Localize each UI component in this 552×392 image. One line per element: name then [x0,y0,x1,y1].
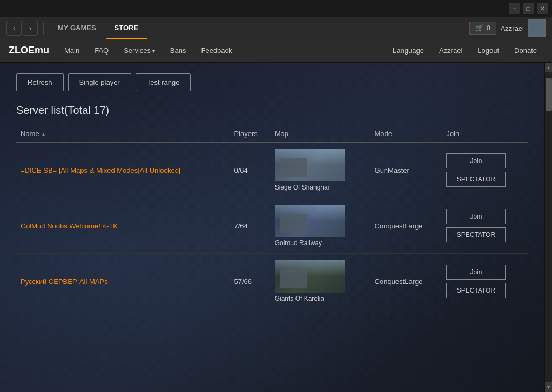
test-range-button[interactable]: Test range [136,73,191,91]
tab-bar: ‹ › MY GAMES STORE 🛒 0 Azzrael [0,17,552,39]
user-area: 🛒 0 Azzrael [469,19,546,37]
title-bar: − □ ✕ [0,0,552,17]
join-col-2: Join SPECTATOR [446,265,524,298]
minimize-button[interactable]: − [509,3,520,14]
username-label: Azzrael [501,24,524,32]
user-avatar [528,19,546,37]
forward-button[interactable]: › [23,21,38,36]
col-mode: Mode [371,125,442,143]
server-name-1[interactable]: GolMud Noobs Welcome! <-TK [21,222,118,230]
join-button-0[interactable]: Join [446,153,506,168]
map-name-2: Giants Of Karelia [275,295,324,302]
refresh-button[interactable]: Refresh [16,73,64,91]
tab-store[interactable]: STORE [106,17,147,39]
map-name-1: Golmud Railway [275,239,322,247]
col-map: Map [271,125,371,143]
nav-main[interactable]: Main [58,43,86,58]
join-col-0: Join SPECTATOR [446,153,524,187]
maximize-button[interactable]: □ [523,3,534,14]
content-wrap: Refresh Single player Test range Server … [0,63,552,392]
tab-my-games[interactable]: MY GAMES [49,17,105,39]
map-cell-2: Giants Of Karelia [275,260,366,302]
nav-language[interactable]: Language [386,43,430,58]
main-nav: ZLOEmu Main FAQ Services Bans Feedback L… [0,39,552,63]
spectate-button-1[interactable]: SPECTATOR [446,227,506,242]
close-button[interactable]: ✕ [537,3,548,14]
join-button-2[interactable]: Join [446,265,506,280]
server-players-0: 0/64 [230,143,270,198]
server-name-0[interactable]: =DICE SB= |All Maps & Mixed Modes|All Un… [21,166,180,174]
table-row: Русский СЕРВЕР-All MAPs-57/66 Giants Of … [16,254,528,309]
nav-services[interactable]: Services [117,43,161,58]
tab-divider [43,22,44,35]
cart-icon: 🛒 [475,24,483,32]
nav-faq[interactable]: FAQ [88,43,115,58]
spectate-button-2[interactable]: SPECTATOR [446,283,506,298]
map-thumb-0 [275,149,345,181]
back-button[interactable]: ‹ [6,21,22,36]
map-cell-1: Golmud Railway [275,205,366,247]
spectate-button-0[interactable]: SPECTATOR [446,172,506,187]
table-header-row: Name Players Map Mode Join [16,125,528,143]
server-mode-1: ConquestLarge [371,198,442,254]
map-thumb-2 [275,260,345,293]
main-content: Refresh Single player Test range Server … [0,63,544,392]
server-list-title: Server list(Total 17) [16,104,528,117]
map-name-0: Siege Of Shanghai [275,184,329,191]
table-row: =DICE SB= |All Maps & Mixed Modes|All Un… [16,143,528,198]
join-button-1[interactable]: Join [446,209,506,224]
scrollbar: ▲ ▼ [544,63,552,392]
action-buttons: Refresh Single player Test range [16,73,528,91]
scroll-up[interactable]: ▲ [545,63,553,72]
col-name[interactable]: Name [16,125,230,143]
cart-button[interactable]: 🛒 0 [469,22,496,35]
nav-donate[interactable]: Donate [508,43,543,58]
col-players: Players [230,125,270,143]
map-thumb-1 [275,205,345,237]
server-mode-2: ConquestLarge [371,254,442,309]
server-players-1: 7/64 [230,198,270,254]
table-row: GolMud Noobs Welcome! <-TK7/64 Golmud Ra… [16,198,528,254]
nav-logout[interactable]: Logout [471,43,506,58]
server-table: Name Players Map Mode Join =DICE SB= |Al… [16,125,528,309]
scroll-thumb[interactable] [546,78,552,111]
nav-feedback[interactable]: Feedback [194,43,238,58]
single-player-button[interactable]: Single player [68,73,131,91]
nav-bans[interactable]: Bans [164,43,193,58]
nav-user[interactable]: Azzrael [433,43,469,58]
server-mode-0: GunMaster [371,143,442,198]
col-join: Join [442,125,528,143]
scroll-down[interactable]: ▼ [545,382,553,392]
cart-count: 0 [487,24,490,32]
join-col-1: Join SPECTATOR [446,209,524,242]
scroll-track [545,72,553,382]
server-players-2: 57/66 [230,254,270,309]
map-cell-0: Siege Of Shanghai [275,149,366,191]
logo[interactable]: ZLOEmu [9,45,49,56]
server-name-2[interactable]: Русский СЕРВЕР-All MAPs- [21,278,110,286]
